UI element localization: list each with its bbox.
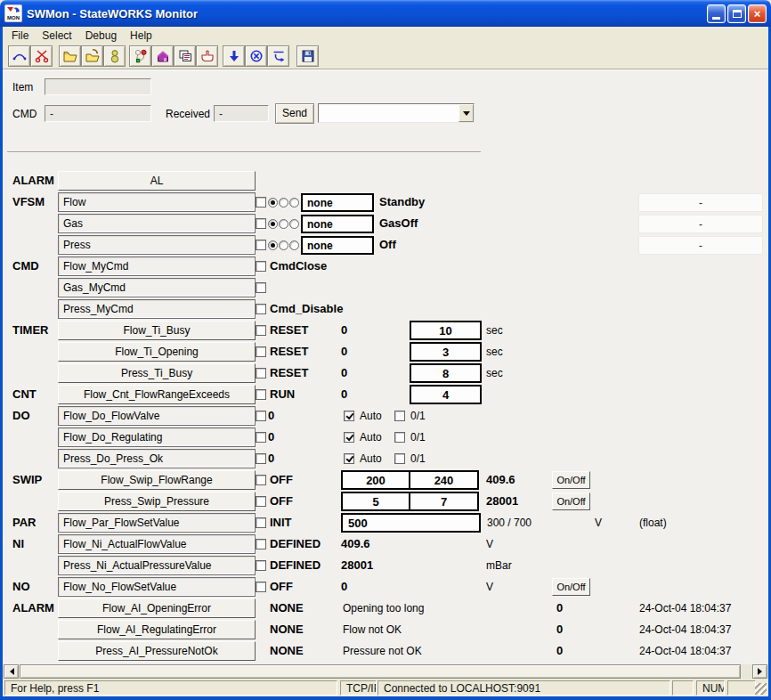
trace-checkbox[interactable] xyxy=(256,346,266,357)
timer-preset-field[interactable]: 8 xyxy=(410,363,482,383)
timer-name-button[interactable]: Flow_Ti_Opening xyxy=(58,342,256,362)
radio-option-1[interactable] xyxy=(268,198,278,208)
save-floppy-icon[interactable] xyxy=(296,45,319,67)
do-name-field[interactable]: Flow_Do_FlowValve xyxy=(58,406,256,426)
auto-checkbox[interactable] xyxy=(344,453,354,464)
vfsm-name-field[interactable]: Gas xyxy=(58,214,256,233)
swip-low-field[interactable]: 5 xyxy=(341,492,410,511)
cascade-windows-icon[interactable] xyxy=(174,45,196,67)
cmd-name-field[interactable]: Gas_MyCmd xyxy=(58,278,256,297)
trace-checkbox[interactable] xyxy=(256,453,266,464)
cmd-name-field[interactable]: Flow_MyCmd xyxy=(58,256,256,276)
command-combobox[interactable] xyxy=(318,103,475,123)
title-bar[interactable]: MON SWMon - StateWORKS Monitor × xyxy=(0,0,771,27)
radio-option-1[interactable] xyxy=(268,219,278,229)
close-button[interactable]: × xyxy=(748,4,767,23)
state-diagram-icon[interactable] xyxy=(129,45,151,67)
onoff-button[interactable]: On/Off xyxy=(552,471,590,489)
trace-checkbox[interactable] xyxy=(256,411,266,421)
trace-checkbox[interactable] xyxy=(256,325,266,336)
trace-checkbox[interactable] xyxy=(256,304,266,314)
par-value-field[interactable]: 500 xyxy=(341,513,481,533)
timer-name-button[interactable]: Press_Ti_Busy xyxy=(58,363,256,383)
bit-checkbox[interactable] xyxy=(394,453,405,464)
swip-high-field[interactable]: 240 xyxy=(409,470,479,490)
scroll-right-button[interactable] xyxy=(752,664,767,679)
radio-option-2[interactable] xyxy=(279,219,288,229)
command-select-field[interactable]: none xyxy=(301,193,374,212)
trace-checkbox[interactable] xyxy=(256,261,266,272)
trace-checkbox[interactable] xyxy=(256,560,266,571)
radio-option-3[interactable] xyxy=(289,219,299,229)
stop-circle-icon[interactable] xyxy=(245,45,267,67)
trace-checkbox[interactable] xyxy=(256,496,266,507)
do-name-field[interactable]: Press_Do_Press_Ok xyxy=(58,449,256,468)
alarm-al-button[interactable]: AL xyxy=(58,171,256,191)
alarm-name-button[interactable]: Press_AI_PressureNotOk xyxy=(58,641,256,661)
no-name-field[interactable]: Flow_No_FlowSetValue xyxy=(58,577,256,597)
timer-preset-field[interactable]: 3 xyxy=(410,342,482,362)
trace-checkbox[interactable] xyxy=(256,475,266,485)
menu-file[interactable]: File xyxy=(6,28,37,44)
combobox-dropdown-button[interactable] xyxy=(459,104,474,122)
onoff-button[interactable]: On/Off xyxy=(552,578,590,596)
trace-checkbox[interactable] xyxy=(256,389,266,400)
trace-checkbox[interactable] xyxy=(256,218,266,229)
home-icon[interactable] xyxy=(151,45,174,67)
send-button[interactable]: Send xyxy=(275,103,314,124)
radio-option-3[interactable] xyxy=(289,198,299,208)
cmd-field[interactable]: - xyxy=(45,105,151,122)
command-select-field[interactable]: none xyxy=(301,236,374,255)
loop-arrow-icon[interactable] xyxy=(267,45,289,67)
pointing-hand-icon[interactable] xyxy=(196,45,218,67)
counter-name-button[interactable]: Flow_Cnt_FlowRangeExceeds xyxy=(58,385,256,404)
swip-name-button[interactable]: Flow_Swip_FlowRange xyxy=(58,470,256,490)
trace-checkbox[interactable] xyxy=(256,282,266,293)
connect-arc-icon[interactable] xyxy=(8,45,30,67)
open-folder-import-icon[interactable] xyxy=(81,45,103,67)
cut-scissors-icon[interactable] xyxy=(30,45,53,67)
swip-low-field[interactable]: 200 xyxy=(341,470,410,490)
timer-preset-field[interactable]: 10 xyxy=(410,321,482,340)
menu-debug[interactable]: Debug xyxy=(80,28,125,44)
radio-option-1[interactable] xyxy=(268,240,278,250)
item-field[interactable] xyxy=(45,78,151,95)
radio-option-2[interactable] xyxy=(279,240,288,250)
menu-select[interactable]: Select xyxy=(37,28,79,44)
ni-name-field[interactable]: Press_Ni_ActualPressureValue xyxy=(58,556,256,575)
key-icon[interactable] xyxy=(103,45,126,67)
maximize-button[interactable] xyxy=(727,4,746,23)
vfsm-name-field[interactable]: Flow xyxy=(58,192,256,212)
resize-grip[interactable] xyxy=(755,683,767,695)
timer-name-button[interactable]: Flow_Ti_Busy xyxy=(58,321,256,340)
bit-checkbox[interactable] xyxy=(394,411,405,421)
trace-checkbox[interactable] xyxy=(256,539,266,549)
auto-checkbox[interactable] xyxy=(344,432,354,443)
open-folder-icon[interactable] xyxy=(59,45,81,67)
horizontal-scrollbar[interactable] xyxy=(3,664,768,679)
counter-preset-field[interactable]: 4 xyxy=(410,385,482,404)
onoff-button[interactable]: On/Off xyxy=(552,492,590,510)
cmd-name-field[interactable]: Press_MyCmd xyxy=(58,299,256,319)
alarm-name-button[interactable]: Flow_AI_RegulatingError xyxy=(58,620,256,639)
minimize-button[interactable] xyxy=(707,4,726,23)
trace-checkbox[interactable] xyxy=(256,240,266,250)
swip-high-field[interactable]: 7 xyxy=(409,492,479,511)
alarm-name-button[interactable]: Flow_AI_OpeningError xyxy=(58,598,256,618)
down-arrow-icon[interactable] xyxy=(223,45,245,67)
par-name-field[interactable]: Flow_Par_FlowSetValue xyxy=(58,513,256,533)
trace-checkbox[interactable] xyxy=(256,368,266,378)
scrollbar-thumb[interactable] xyxy=(20,664,741,679)
do-name-field[interactable]: Flow_Do_Regulating xyxy=(58,427,256,447)
vfsm-name-field[interactable]: Press xyxy=(58,235,256,255)
scroll-left-button[interactable] xyxy=(4,664,19,679)
command-select-field[interactable]: none xyxy=(301,215,374,233)
menu-help[interactable]: Help xyxy=(125,28,160,44)
radio-option-2[interactable] xyxy=(279,198,288,208)
trace-checkbox[interactable] xyxy=(256,517,266,528)
auto-checkbox[interactable] xyxy=(344,411,354,421)
trace-checkbox[interactable] xyxy=(256,197,266,208)
trace-checkbox[interactable] xyxy=(256,582,266,592)
radio-option-3[interactable] xyxy=(289,240,299,250)
bit-checkbox[interactable] xyxy=(394,432,405,443)
